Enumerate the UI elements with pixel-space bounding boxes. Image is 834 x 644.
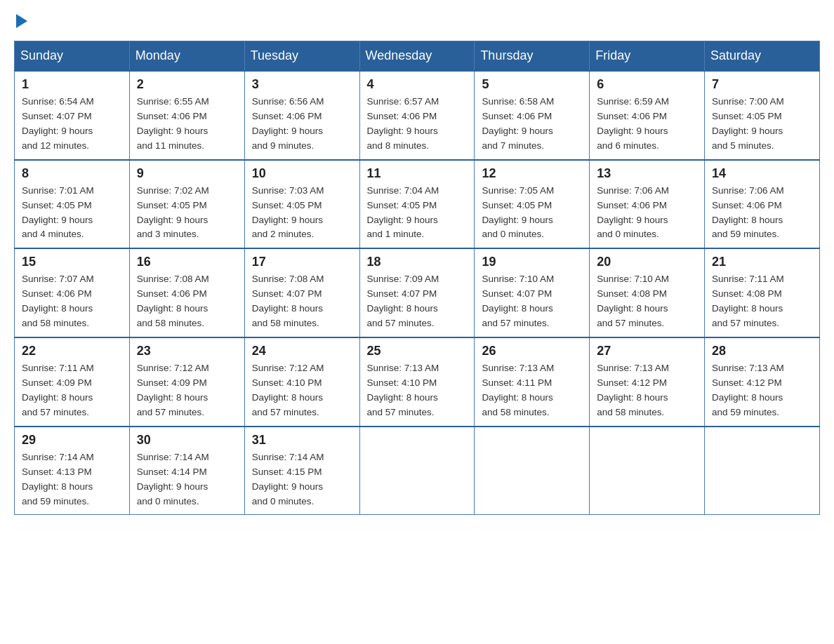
calendar-table: SundayMondayTuesdayWednesdayThursdayFrid…	[14, 41, 820, 515]
day-info: Sunrise: 7:05 AMSunset: 4:05 PMDaylight:…	[482, 184, 582, 243]
day-of-week-header: Wednesday	[359, 41, 475, 72]
calendar-day-cell: 22 Sunrise: 7:11 AMSunset: 4:09 PMDaylig…	[15, 337, 130, 427]
day-number: 11	[367, 166, 468, 181]
day-number: 15	[22, 255, 122, 269]
calendar-day-cell: 14 Sunrise: 7:06 AMSunset: 4:06 PMDaylig…	[705, 160, 820, 249]
day-number: 22	[22, 344, 122, 358]
day-info: Sunrise: 7:13 AMSunset: 4:12 PMDaylight:…	[597, 361, 697, 420]
calendar-day-cell: 28 Sunrise: 7:13 AMSunset: 4:12 PMDaylig…	[705, 337, 820, 427]
calendar-day-cell: 15 Sunrise: 7:07 AMSunset: 4:06 PMDaylig…	[15, 248, 130, 337]
day-of-week-header: Thursday	[475, 41, 590, 72]
day-number: 12	[482, 166, 582, 181]
calendar-day-cell: 26 Sunrise: 7:13 AMSunset: 4:11 PMDaylig…	[475, 337, 590, 427]
calendar-day-cell: 13 Sunrise: 7:06 AMSunset: 4:06 PMDaylig…	[590, 160, 705, 249]
day-number: 2	[137, 77, 237, 92]
calendar-day-cell: 31 Sunrise: 7:14 AMSunset: 4:15 PMDaylig…	[244, 427, 359, 515]
day-info: Sunrise: 7:06 AMSunset: 4:06 PMDaylight:…	[712, 184, 812, 243]
day-info: Sunrise: 7:11 AMSunset: 4:08 PMDaylight:…	[712, 272, 812, 331]
day-number: 21	[712, 255, 812, 269]
day-of-week-header: Tuesday	[244, 41, 359, 72]
calendar-day-cell	[359, 427, 475, 515]
calendar-day-cell: 24 Sunrise: 7:12 AMSunset: 4:10 PMDaylig…	[244, 337, 359, 427]
calendar-day-cell: 3 Sunrise: 6:56 AMSunset: 4:06 PMDayligh…	[244, 71, 359, 160]
logo	[14, 14, 27, 27]
day-info: Sunrise: 7:00 AMSunset: 4:05 PMDaylight:…	[712, 95, 812, 154]
day-number: 19	[482, 255, 582, 269]
day-info: Sunrise: 7:14 AMSunset: 4:13 PMDaylight:…	[22, 450, 122, 509]
calendar-day-cell: 18 Sunrise: 7:09 AMSunset: 4:07 PMDaylig…	[359, 248, 475, 337]
calendar-day-cell: 2 Sunrise: 6:55 AMSunset: 4:06 PMDayligh…	[129, 71, 244, 160]
day-info: Sunrise: 7:13 AMSunset: 4:11 PMDaylight:…	[482, 361, 582, 420]
day-info: Sunrise: 7:12 AMSunset: 4:09 PMDaylight:…	[137, 361, 237, 420]
calendar-header-row: SundayMondayTuesdayWednesdayThursdayFrid…	[15, 41, 820, 72]
logo-triangle-icon	[16, 14, 27, 28]
day-info: Sunrise: 7:13 AMSunset: 4:10 PMDaylight:…	[367, 361, 468, 420]
day-number: 26	[482, 344, 582, 358]
day-number: 7	[712, 77, 812, 92]
day-info: Sunrise: 7:07 AMSunset: 4:06 PMDaylight:…	[22, 272, 122, 331]
day-of-week-header: Monday	[129, 41, 244, 72]
day-info: Sunrise: 6:54 AMSunset: 4:07 PMDaylight:…	[22, 95, 122, 154]
day-number: 13	[597, 166, 697, 181]
day-info: Sunrise: 7:10 AMSunset: 4:08 PMDaylight:…	[597, 272, 697, 331]
calendar-day-cell: 11 Sunrise: 7:04 AMSunset: 4:05 PMDaylig…	[359, 160, 475, 249]
day-info: Sunrise: 6:56 AMSunset: 4:06 PMDaylight:…	[252, 95, 352, 154]
calendar-day-cell: 7 Sunrise: 7:00 AMSunset: 4:05 PMDayligh…	[705, 71, 820, 160]
day-info: Sunrise: 7:01 AMSunset: 4:05 PMDaylight:…	[22, 184, 122, 243]
day-number: 14	[712, 166, 812, 181]
calendar-day-cell	[590, 427, 705, 515]
calendar-day-cell: 6 Sunrise: 6:59 AMSunset: 4:06 PMDayligh…	[590, 71, 705, 160]
calendar-day-cell: 21 Sunrise: 7:11 AMSunset: 4:08 PMDaylig…	[705, 248, 820, 337]
day-number: 28	[712, 344, 812, 358]
day-info: Sunrise: 6:59 AMSunset: 4:06 PMDaylight:…	[597, 95, 697, 154]
day-info: Sunrise: 7:02 AMSunset: 4:05 PMDaylight:…	[137, 184, 237, 243]
calendar-day-cell: 30 Sunrise: 7:14 AMSunset: 4:14 PMDaylig…	[129, 427, 244, 515]
day-number: 9	[137, 166, 237, 181]
day-number: 4	[367, 77, 468, 92]
calendar-day-cell: 29 Sunrise: 7:14 AMSunset: 4:13 PMDaylig…	[15, 427, 130, 515]
day-number: 29	[22, 433, 122, 448]
day-info: Sunrise: 7:10 AMSunset: 4:07 PMDaylight:…	[482, 272, 582, 331]
calendar-day-cell	[475, 427, 590, 515]
calendar-day-cell: 4 Sunrise: 6:57 AMSunset: 4:06 PMDayligh…	[359, 71, 475, 160]
calendar-day-cell: 23 Sunrise: 7:12 AMSunset: 4:09 PMDaylig…	[129, 337, 244, 427]
day-of-week-header: Sunday	[15, 41, 130, 72]
calendar-week-row: 8 Sunrise: 7:01 AMSunset: 4:05 PMDayligh…	[15, 160, 820, 249]
calendar-day-cell: 8 Sunrise: 7:01 AMSunset: 4:05 PMDayligh…	[15, 160, 130, 249]
day-info: Sunrise: 7:12 AMSunset: 4:10 PMDaylight:…	[252, 361, 352, 420]
day-number: 17	[252, 255, 352, 269]
calendar-day-cell: 5 Sunrise: 6:58 AMSunset: 4:06 PMDayligh…	[475, 71, 590, 160]
day-of-week-header: Friday	[590, 41, 705, 72]
day-number: 10	[252, 166, 352, 181]
day-info: Sunrise: 6:58 AMSunset: 4:06 PMDaylight:…	[482, 95, 582, 154]
day-number: 5	[482, 77, 582, 92]
calendar-day-cell: 27 Sunrise: 7:13 AMSunset: 4:12 PMDaylig…	[590, 337, 705, 427]
calendar-week-row: 22 Sunrise: 7:11 AMSunset: 4:09 PMDaylig…	[15, 337, 820, 427]
day-number: 25	[367, 344, 468, 358]
day-info: Sunrise: 7:13 AMSunset: 4:12 PMDaylight:…	[712, 361, 812, 420]
day-number: 1	[22, 77, 122, 92]
calendar-day-cell: 9 Sunrise: 7:02 AMSunset: 4:05 PMDayligh…	[129, 160, 244, 249]
calendar-week-row: 29 Sunrise: 7:14 AMSunset: 4:13 PMDaylig…	[15, 427, 820, 515]
day-info: Sunrise: 7:11 AMSunset: 4:09 PMDaylight:…	[22, 361, 122, 420]
day-info: Sunrise: 7:08 AMSunset: 4:06 PMDaylight:…	[137, 272, 237, 331]
day-number: 16	[137, 255, 237, 269]
calendar-day-cell: 19 Sunrise: 7:10 AMSunset: 4:07 PMDaylig…	[475, 248, 590, 337]
day-info: Sunrise: 7:06 AMSunset: 4:06 PMDaylight:…	[597, 184, 697, 243]
day-number: 18	[367, 255, 468, 269]
day-number: 6	[597, 77, 697, 92]
day-number: 20	[597, 255, 697, 269]
calendar-day-cell: 17 Sunrise: 7:08 AMSunset: 4:07 PMDaylig…	[244, 248, 359, 337]
day-number: 3	[252, 77, 352, 92]
day-number: 23	[137, 344, 237, 358]
day-info: Sunrise: 7:14 AMSunset: 4:14 PMDaylight:…	[137, 450, 237, 509]
calendar-week-row: 15 Sunrise: 7:07 AMSunset: 4:06 PMDaylig…	[15, 248, 820, 337]
day-number: 31	[252, 433, 352, 448]
calendar-day-cell: 12 Sunrise: 7:05 AMSunset: 4:05 PMDaylig…	[475, 160, 590, 249]
day-info: Sunrise: 7:03 AMSunset: 4:05 PMDaylight:…	[252, 184, 352, 243]
day-info: Sunrise: 7:09 AMSunset: 4:07 PMDaylight:…	[367, 272, 468, 331]
day-number: 27	[597, 344, 697, 358]
page-header	[14, 14, 820, 27]
day-number: 24	[252, 344, 352, 358]
calendar-day-cell	[705, 427, 820, 515]
